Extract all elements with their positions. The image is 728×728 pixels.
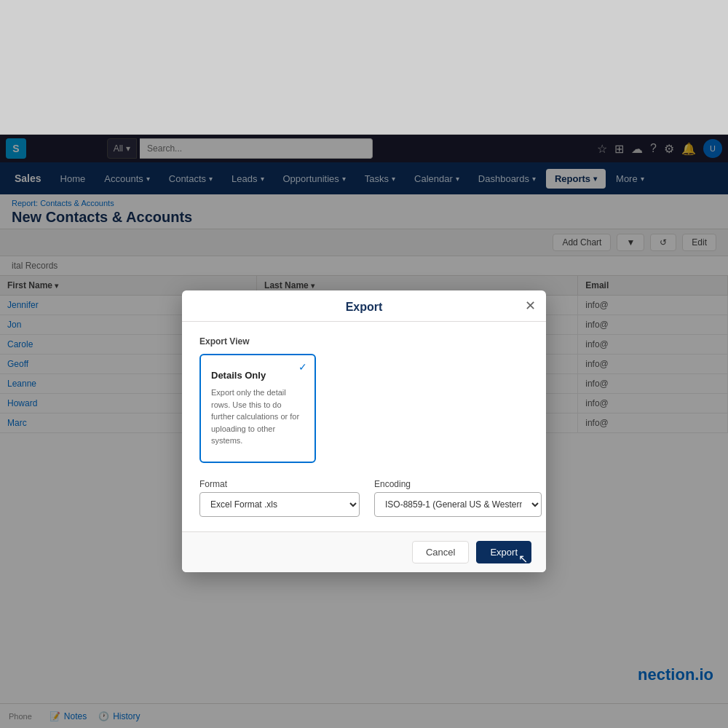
format-label: Format — [199, 479, 360, 489]
cursor-icon: ↖ — [518, 552, 528, 566]
modal-footer: Cancel Export ↖ — [182, 531, 546, 572]
export-card-description: Export only the detail rows. Use this to… — [211, 387, 304, 447]
modal-title: Export — [197, 301, 531, 314]
export-view-options: ✓ Details Only Export only the detail ro… — [199, 354, 529, 463]
modal-close-button[interactable]: ✕ — [525, 298, 536, 314]
browser-chrome — [0, 0, 728, 135]
export-modal: Export ✕ Export View ✓ Details Only Expo… — [182, 290, 546, 572]
modal-body: Export View ✓ Details Only Export only t… — [182, 322, 546, 531]
export-card-details-only[interactable]: ✓ Details Only Export only the detail ro… — [199, 354, 316, 463]
export-fields-row: Format Excel Format .xls CSV Format .csv… — [199, 479, 529, 517]
export-card-title: Details Only — [211, 370, 304, 381]
format-select[interactable]: Excel Format .xls CSV Format .csv Tab De… — [199, 492, 360, 517]
check-icon: ✓ — [298, 361, 307, 373]
export-button[interactable]: Export ↖ — [476, 541, 531, 563]
modal-header: Export ✕ — [182, 290, 546, 322]
export-view-label: Export View — [199, 336, 529, 347]
format-field: Format Excel Format .xls CSV Format .csv… — [199, 479, 360, 517]
encoding-select[interactable]: ISO-8859-1 (General US & Western E UTF-8 — [374, 492, 542, 517]
encoding-label: Encoding — [374, 479, 542, 489]
cancel-button[interactable]: Cancel — [412, 541, 469, 563]
encoding-field: Encoding ISO-8859-1 (General US & Wester… — [374, 479, 542, 517]
modal-overlay[interactable]: Export ✕ Export View ✓ Details Only Expo… — [0, 135, 728, 728]
